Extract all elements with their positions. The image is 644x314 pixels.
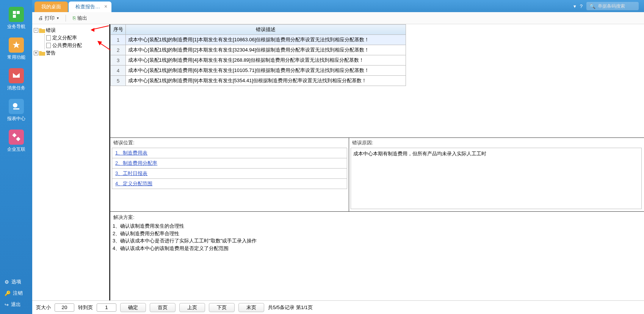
page-size-input[interactable] xyxy=(55,303,74,312)
goto-page-input[interactable] xyxy=(97,303,116,312)
toolbar: 🖨打印▾ ⎘输出 xyxy=(32,12,644,24)
location-link[interactable]: 1、制造费用表 xyxy=(115,150,147,156)
sidebar-label: 业务导航 xyxy=(7,23,25,30)
print-button[interactable]: 🖨打印▾ xyxy=(36,14,61,22)
sidebar-item-message[interactable]: 消息任务 xyxy=(0,66,32,94)
pagination-bar: 页大小 转到页 确定 首页 上页 下页 末页 共5/5条记录 第1/1页 xyxy=(32,300,644,314)
sidebar-label: 报表中心 xyxy=(7,116,25,122)
help-icon[interactable]: ? xyxy=(580,3,583,9)
sidebar-item-report[interactable]: 报表中心 xyxy=(0,97,32,124)
close-icon[interactable]: × xyxy=(103,4,108,9)
tree-node-errors[interactable]: − 错误 xyxy=(34,27,108,34)
row-desc: 成本中心[装配1线]的制造费用[9]本期发生有发生[5354.41]但根据制造费… xyxy=(126,76,406,86)
solution-line: 4、确认该成本中心的该制造费用是否定义了分配范围 xyxy=(113,245,642,252)
svg-rect-6 xyxy=(16,137,20,141)
export-button[interactable]: ⎘输出 xyxy=(71,14,89,22)
error-table: 序号 错误描述 1成本中心[装配1线]的制造费用[1]本期发生有发生[10863… xyxy=(110,24,644,138)
key-icon: 🔑 xyxy=(5,291,11,296)
row-number: 2 xyxy=(111,45,126,55)
reason-text: 成本中心本期有制造费用，但所有产品均未录入实际人工工时 xyxy=(351,148,642,209)
chevron-down-icon[interactable]: ▾ xyxy=(573,3,576,9)
exit-icon: ↪ xyxy=(5,302,9,308)
table-row[interactable]: 5成本中心[装配1线]的制造费用[9]本期发生有发生[5354.41]但根据制造… xyxy=(111,76,406,86)
table-row[interactable]: 4成本中心[装配1线]的制造费用[6]本期发生有发生[10105.71]但根据制… xyxy=(111,66,406,76)
tree-pane: − 错误 定义分配率 公共费用分配 + xyxy=(32,24,110,300)
svg-point-3 xyxy=(13,103,17,108)
sidebar-exit[interactable]: ↪退出 xyxy=(0,299,32,310)
next-page-button[interactable]: 下页 xyxy=(209,303,235,312)
location-link[interactable]: 3、工时日报表 xyxy=(115,170,147,176)
last-page-button[interactable]: 末页 xyxy=(238,303,264,312)
tab-home[interactable]: 我的桌面 xyxy=(34,2,68,12)
confirm-button[interactable]: 确定 xyxy=(120,303,146,312)
separator xyxy=(66,15,66,22)
print-icon: 🖨 xyxy=(38,15,43,21)
document-icon xyxy=(46,35,52,41)
row-desc: 成本中心[装配1线]的制造费用[2]本期发生有发生[32304.94]但根据制造… xyxy=(126,45,406,55)
table-row[interactable]: 1成本中心[装配1线]的制造费用[1]本期发生有发生[10863.06]但根据制… xyxy=(111,35,406,45)
chevron-down-icon: ▾ xyxy=(57,16,59,20)
goto-label: 转到页 xyxy=(78,304,93,311)
solution-line: 1、确认该制造费用发生的合理性 xyxy=(113,222,642,230)
solution-line: 2、确认制造费用分配率合理性 xyxy=(113,230,642,237)
row-desc: 成本中心[装配1线]的制造费用[6]本期发生有发生[10105.71]但根据制造… xyxy=(126,66,406,76)
row-number: 1 xyxy=(111,35,126,45)
gear-icon: ⚙ xyxy=(5,279,9,285)
collapse-icon[interactable]: − xyxy=(34,28,38,33)
row-desc: 成本中心[装配1线]的制造费用[4]本期发生有发生[268.89]但根据制造费用… xyxy=(126,55,406,66)
table-row[interactable]: 2成本中心[装配1线]的制造费用[2]本期发生有发生[32304.94]但根据制… xyxy=(111,45,406,55)
error-location-pane: 错误位置: 1、制造费用表2、制造费用分配率3、工时日报表4、定义分配范围 xyxy=(110,138,349,211)
sidebar-item-biznav[interactable]: 业务导航 xyxy=(0,5,32,32)
svg-rect-1 xyxy=(17,11,20,14)
sidebar-options[interactable]: ⚙选项 xyxy=(0,276,32,287)
export-icon: ⎘ xyxy=(73,15,76,21)
row-number: 4 xyxy=(111,66,126,76)
sidebar-label: 企业互联 xyxy=(7,146,25,153)
expand-icon[interactable]: + xyxy=(34,51,38,55)
location-link[interactable]: 2、制造费用分配率 xyxy=(115,160,157,166)
prev-page-button[interactable]: 上页 xyxy=(179,303,205,312)
search-box[interactable]: 🔍 xyxy=(586,2,639,10)
svg-rect-4 xyxy=(13,108,19,109)
page-summary: 共5/5条记录 第1/1页 xyxy=(268,304,313,311)
table-row[interactable]: 3成本中心[装配1线]的制造费用[4]本期发生有发生[268.89]但根据制造费… xyxy=(111,55,406,66)
svg-rect-0 xyxy=(13,11,16,14)
row-desc: 成本中心[装配1线]的制造费用[1]本期发生有发生[10863.06]但根据制造… xyxy=(126,35,406,45)
col-seq[interactable]: 序号 xyxy=(111,25,126,35)
tabs-bar: 我的桌面 检查报告… × ▾ ? 🔍 xyxy=(32,0,644,12)
row-number: 3 xyxy=(111,55,126,66)
search-icon: 🔍 xyxy=(589,3,595,9)
svg-rect-2 xyxy=(13,15,16,18)
sidebar-logout[interactable]: 🔑注销 xyxy=(0,287,32,299)
tree-node-alloc-rate[interactable]: 定义分配率 xyxy=(46,34,108,42)
document-icon xyxy=(46,43,52,48)
solution-line: 3、确认该成本中心是否进行了实际人工工时"取数"或手工录入操作 xyxy=(113,237,642,245)
folder-icon xyxy=(39,28,45,33)
pane-title: 错误原因: xyxy=(349,138,644,148)
svg-rect-7 xyxy=(47,36,51,41)
col-desc[interactable]: 错误描述 xyxy=(126,25,406,35)
sidebar-label: 消息任务 xyxy=(7,85,25,91)
page-size-label: 页大小 xyxy=(36,304,51,311)
sidebar-item-enterprise[interactable]: 企业互联 xyxy=(0,127,32,155)
location-link[interactable]: 4、定义分配范围 xyxy=(115,181,152,186)
first-page-button[interactable]: 首页 xyxy=(150,303,175,312)
error-reason-pane: 错误原因: 成本中心本期有制造费用，但所有产品均未录入实际人工工时 xyxy=(349,138,644,211)
row-number: 5 xyxy=(111,76,126,86)
tree-node-public-fee[interactable]: 公共费用分配 xyxy=(46,42,108,49)
pane-title: 解决方案: xyxy=(113,212,642,222)
sidebar-label: 常用功能 xyxy=(7,54,25,61)
folder-icon xyxy=(39,50,45,56)
tab-report[interactable]: 检查报告… × xyxy=(69,2,111,12)
left-sidebar: 业务导航 常用功能 消息任务 报表中心 企业互联 ⚙选项 🔑注销 ↪退出 xyxy=(0,0,32,314)
pane-title: 错误位置: xyxy=(110,138,349,148)
search-input[interactable] xyxy=(598,3,636,9)
tree-node-warnings[interactable]: + 警告 xyxy=(34,49,108,57)
sidebar-item-favorite[interactable]: 常用功能 xyxy=(0,35,32,63)
svg-rect-5 xyxy=(12,133,16,137)
svg-rect-8 xyxy=(47,43,51,48)
solution-pane: 解决方案: 1、确认该制造费用发生的合理性2、确认制造费用分配率合理性3、确认该… xyxy=(110,212,644,300)
